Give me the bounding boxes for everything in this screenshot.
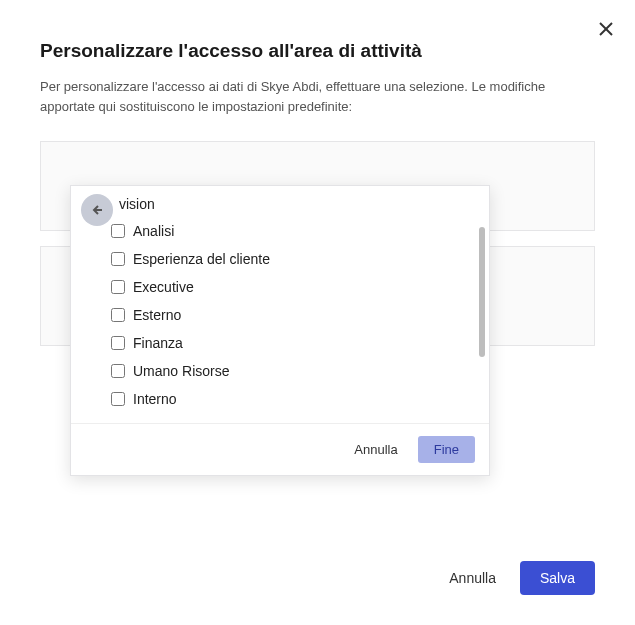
modal-footer: Annulla Salva	[437, 561, 595, 595]
option-checkbox[interactable]	[111, 252, 125, 266]
modal-title: Personalizzare l'accesso all'area di att…	[0, 0, 635, 77]
option-item[interactable]: Interno	[111, 385, 469, 413]
modal-save-button[interactable]: Salva	[520, 561, 595, 595]
modal-description: Per personalizzare l'accesso ai dati di …	[0, 77, 635, 141]
option-item[interactable]: Esterno	[111, 301, 469, 329]
option-label[interactable]: Executive	[133, 279, 194, 295]
close-button[interactable]	[597, 20, 615, 38]
option-checkbox[interactable]	[111, 280, 125, 294]
option-item[interactable]: Finanza	[111, 329, 469, 357]
option-checkbox[interactable]	[111, 336, 125, 350]
option-checkbox[interactable]	[111, 308, 125, 322]
option-checkbox[interactable]	[111, 224, 125, 238]
options-container: Analisi Esperienza del cliente Executive…	[71, 217, 489, 423]
popup-header: vision	[71, 186, 489, 217]
modal-cancel-button[interactable]: Annulla	[437, 562, 508, 594]
option-item[interactable]: Executive	[111, 273, 469, 301]
close-icon	[599, 22, 613, 36]
option-item[interactable]: Esperienza del cliente	[111, 245, 469, 273]
popup-done-button[interactable]: Fine	[418, 436, 475, 463]
option-label[interactable]: Umano Risorse	[133, 363, 229, 379]
scrollbar[interactable]	[479, 227, 485, 357]
option-item[interactable]: Analisi	[111, 217, 469, 245]
option-label[interactable]: Interno	[133, 391, 177, 407]
arrow-left-icon	[91, 204, 103, 216]
option-checkbox[interactable]	[111, 364, 125, 378]
option-label[interactable]: Esperienza del cliente	[133, 251, 270, 267]
popup-title: vision	[119, 196, 155, 212]
options-list[interactable]: Analisi Esperienza del cliente Executive…	[71, 217, 489, 423]
popup-cancel-button[interactable]: Annulla	[344, 436, 407, 463]
option-label[interactable]: Analisi	[133, 223, 174, 239]
division-selector-popup: vision Analisi Esperienza del cliente Ex…	[70, 185, 490, 476]
option-label[interactable]: Finanza	[133, 335, 183, 351]
popup-footer: Annulla Fine	[71, 423, 489, 475]
customize-access-modal: Personalizzare l'accesso all'area di att…	[0, 0, 635, 625]
option-checkbox[interactable]	[111, 392, 125, 406]
option-item[interactable]: Umano Risorse	[111, 357, 469, 385]
option-label[interactable]: Esterno	[133, 307, 181, 323]
